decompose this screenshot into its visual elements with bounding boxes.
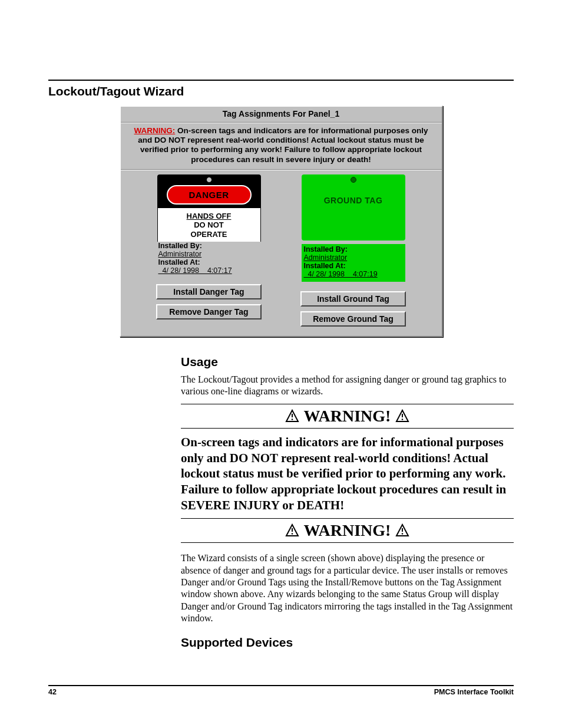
danger-installed-at-value: 4/ 28/ 1998 4:07:17: [158, 266, 260, 275]
warning-header-text: WARNING!: [304, 407, 391, 426]
svg-point-7: [402, 533, 404, 535]
warn-rule: [181, 542, 514, 543]
svg-point-1: [291, 419, 293, 420]
ground-column: GROUND TAG Installed By: Administrator I…: [289, 174, 418, 328]
ground-installed-at-label: Installed At:: [304, 262, 403, 270]
danger-info: Installed By: Administrator Installed At…: [157, 242, 261, 275]
remove-ground-tag-button[interactable]: Remove Ground Tag: [300, 311, 406, 327]
warning-header-row: WARNING!: [181, 406, 514, 427]
danger-installed-by-label: Installed By:: [158, 242, 260, 250]
warning-block-bottom: WARNING!: [181, 518, 514, 543]
ground-tag-card: GROUND TAG: [302, 174, 405, 241]
warn-rule: [181, 518, 514, 519]
section-heading: Lockout/Tagout Wizard: [48, 84, 514, 98]
tag-hole-icon: [206, 177, 212, 183]
wizard-description-paragraph: The Wizard consists of a single screen (…: [181, 552, 514, 625]
warn-rule: [181, 404, 514, 404]
warning-text: On-screen tags and indicators are for in…: [138, 126, 428, 164]
page: Lockout/Tagout Wizard Tag Assignments Fo…: [0, 0, 562, 728]
danger-installed-at-label: Installed At:: [158, 258, 260, 266]
ground-installed-by-value: Administrator: [304, 253, 403, 262]
do-not-text: DO NOT: [158, 220, 260, 230]
danger-installed-by-value: Administrator: [158, 250, 260, 258]
ground-installed-at-value: 4/ 28/ 1998 4:07:19: [304, 270, 403, 278]
ground-info: Installed By: Administrator Installed At…: [302, 244, 405, 282]
page-footer: 42 PMCS Interface Toolkit: [48, 685, 514, 696]
warn-rule: [181, 428, 514, 429]
dialog-wrap: Tag Assignments For Panel_1 WARNING: On-…: [48, 106, 514, 337]
warning-block-top: WARNING!: [181, 404, 514, 429]
content-column: Usage The Lockout/Tagout provides a meth…: [181, 355, 514, 650]
ground-tag-label: GROUND TAG: [324, 196, 383, 205]
warning-header-row: WARNING!: [181, 520, 514, 541]
warning-header-text: WARNING!: [304, 521, 391, 540]
danger-column: DANGER HANDS OFF DO NOT OPERATE Installe…: [144, 174, 274, 328]
page-number: 42: [48, 688, 57, 696]
warning-prefix: WARNING:: [134, 126, 176, 135]
hands-off-text: HANDS OFF: [158, 212, 260, 221]
svg-point-5: [291, 533, 293, 535]
warning-triangle-icon: [285, 409, 299, 423]
dialog-title: Tag Assignments For Panel_1: [121, 107, 442, 123]
footer-row: 42 PMCS Interface Toolkit: [48, 688, 514, 696]
danger-pill: DANGER: [167, 185, 252, 205]
usage-heading: Usage: [181, 355, 514, 369]
install-ground-tag-button[interactable]: Install Ground Tag: [300, 291, 406, 307]
usage-paragraph: The Lockout/Tagout provides a method for…: [181, 374, 514, 398]
install-danger-tag-button[interactable]: Install Danger Tag: [156, 284, 262, 299]
operate-text: OPERATE: [158, 230, 260, 239]
warning-triangle-icon: [395, 409, 409, 423]
footer-rule: [48, 685, 514, 686]
ground-installed-by-label: Installed By:: [304, 245, 403, 253]
tag-assignments-dialog: Tag Assignments For Panel_1 WARNING: On-…: [120, 106, 443, 337]
warning-body-paragraph: On-screen tags and indicators are for in…: [181, 434, 514, 513]
warning-triangle-icon: [285, 523, 299, 538]
tag-columns: DANGER HANDS OFF DO NOT OPERATE Installe…: [121, 170, 442, 336]
doc-title: PMCS Interface Toolkit: [434, 688, 514, 696]
dialog-warning: WARNING: On-screen tags and indicators a…: [121, 123, 442, 170]
tag-hole-icon: [351, 177, 356, 183]
warning-triangle-icon: [395, 523, 409, 538]
supported-devices-heading: Supported Devices: [181, 635, 514, 650]
remove-danger-tag-button[interactable]: Remove Danger Tag: [156, 304, 262, 319]
top-rule: [48, 80, 514, 81]
svg-point-3: [402, 419, 404, 420]
